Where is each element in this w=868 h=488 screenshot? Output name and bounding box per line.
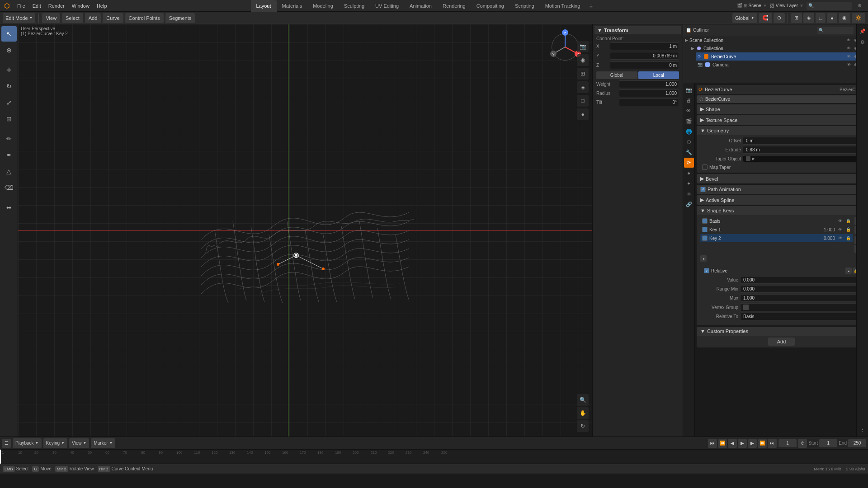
key1-checkbox[interactable] — [702, 227, 708, 232]
shape-key-1[interactable]: Key 1 1.000 👁 🔒 — [700, 225, 853, 234]
workspace-rendering[interactable]: Rendering — [437, 0, 471, 12]
prop-object-icon[interactable]: ⬡ — [684, 137, 694, 147]
workspace-uv-editing[interactable]: UV Editing — [370, 0, 404, 12]
basis-checkbox[interactable] — [702, 218, 708, 224]
shape-key-2[interactable]: Key 2 0.000 👁 🔒 — [700, 234, 853, 242]
transform-orient-dropdown[interactable]: Global▼ — [732, 13, 757, 23]
workspace-sculpting[interactable]: Sculpting — [339, 0, 370, 12]
file-menu[interactable]: File — [14, 0, 29, 12]
playback-dropdown[interactable]: Playback ▼ — [13, 438, 42, 448]
view-btn[interactable]: View — [42, 13, 60, 23]
marker-dropdown[interactable]: Marker ▼ — [91, 438, 115, 448]
wireframe-shading[interactable]: □ — [816, 13, 826, 23]
curve-btn[interactable]: Curve — [103, 13, 123, 23]
workspace-compositing[interactable]: Compositing — [471, 0, 509, 12]
add-btn[interactable]: Add — [85, 13, 101, 23]
tool-cursor[interactable]: ⊕ — [1, 42, 17, 58]
prop-data-icon[interactable]: ⟳ — [684, 158, 694, 168]
snap-toggle[interactable]: 🧲 — [759, 13, 772, 23]
relative-anim[interactable]: ⬥ — [845, 267, 852, 274]
workspace-layout[interactable]: Layout — [251, 0, 277, 12]
render-menu[interactable]: Render — [45, 0, 68, 12]
relative-checkbox[interactable]: ✓ — [704, 268, 709, 273]
basis-lock[interactable]: 🔒 — [845, 218, 851, 224]
workspace-motion-tracking[interactable]: Motion Tracking — [540, 0, 586, 12]
timeline-menu[interactable]: ☰ — [2, 439, 11, 448]
outliner-camera[interactable]: 📷 Camera 👁 ⊕ 📷 — [696, 61, 868, 69]
end-frame-input[interactable]: 250 — [848, 439, 866, 447]
camera-visibility[interactable]: 👁 — [845, 61, 852, 68]
prop-modifiers-icon[interactable]: 🔧 — [684, 147, 694, 157]
taper-object-value[interactable]: ▶ — [743, 155, 863, 162]
active-spline-header[interactable]: ▶ Active Spline — [697, 195, 866, 205]
collection-visibility[interactable]: 👁 — [845, 45, 852, 52]
prev-frame-btn[interactable]: ⏪ — [718, 439, 727, 448]
viewport-overlay-icon[interactable]: ⊞ — [577, 68, 589, 80]
xray-toggle[interactable]: ◈ — [803, 13, 814, 23]
properties-pin-icon[interactable]: 📌 — [858, 26, 868, 36]
tool-scale[interactable]: ⤢ — [1, 95, 17, 110]
help-menu[interactable]: Help — [93, 0, 111, 12]
tool-annotate-line[interactable]: ✒ — [1, 147, 17, 163]
play-btn[interactable]: ▶ — [738, 439, 747, 448]
view-rotate-gizmo[interactable]: ↻ — [577, 420, 589, 432]
bevel-header[interactable]: ▶ Bevel — [697, 174, 866, 183]
geometry-header[interactable]: ▼ Geometry — [697, 126, 866, 135]
prop-view-icon[interactable]: 👁 — [684, 106, 694, 116]
tool-annotate-polygon[interactable]: △ — [1, 164, 17, 179]
jump-start-btn[interactable]: ⏮ — [708, 439, 717, 448]
relative-to-dropdown[interactable]: Basis — [740, 313, 861, 320]
solid-shading[interactable]: ● — [827, 13, 837, 23]
outliner-visibility-icon[interactable]: 👁 — [845, 37, 852, 43]
segments-btn[interactable]: Segments — [165, 13, 195, 23]
control-points-btn[interactable]: Control Points — [125, 13, 164, 23]
viewport-3d[interactable]: User Perspective (1) BezierCurve : Key 2… — [18, 24, 592, 436]
extrude-value[interactable]: 0.88 m — [743, 146, 863, 154]
select-btn[interactable]: Select — [62, 13, 83, 23]
custom-props-header[interactable]: ▼ Custom Properties — [697, 327, 866, 336]
shape-section-header[interactable]: ▶ Shape — [697, 104, 866, 114]
prop-output-icon[interactable]: 🖨 — [684, 95, 694, 105]
view-pan[interactable]: ✋ — [577, 407, 589, 419]
workspace-scripting[interactable]: Scripting — [509, 0, 540, 12]
tool-annotate-erase[interactable]: ⌫ — [1, 180, 17, 195]
prev-keyframe-btn[interactable]: ◀ — [728, 439, 737, 448]
viewport-camera-icon[interactable]: 📷 — [577, 41, 589, 52]
viewport-xray-icon[interactable]: ◈ — [577, 81, 589, 93]
weight-input[interactable]: 1.000 — [619, 80, 679, 88]
transform-panel-header[interactable]: ▼ Transform — [594, 26, 681, 34]
frame-rate-icon[interactable]: ⏱ — [798, 439, 807, 448]
view-layer-label[interactable]: View Layer — [776, 3, 798, 8]
path-animation-checkbox[interactable]: ✓ — [700, 187, 706, 192]
x-value-input[interactable]: 1 m — [610, 42, 679, 50]
outliner-collection[interactable]: ▶ Collection 👁 ⊕ 📷 — [689, 44, 868, 52]
key2-lock[interactable]: 🔒 — [845, 235, 851, 241]
workspace-animation[interactable]: Animation — [404, 0, 437, 12]
tool-rotate[interactable]: ↻ — [1, 79, 17, 94]
prop-physics-icon[interactable]: ⚛ — [684, 189, 694, 199]
tool-measure[interactable]: ⬌ — [1, 200, 17, 215]
prop-scene-icon[interactable]: 🎬 — [684, 116, 694, 126]
tool-move[interactable]: ✛ — [1, 62, 17, 78]
start-frame-input[interactable]: 1 — [819, 439, 837, 447]
material-shading[interactable]: ◉ — [839, 13, 850, 23]
viewport-overlay-toggle[interactable]: ⊞ — [791, 13, 802, 23]
prop-particles-icon[interactable]: ✦ — [684, 178, 694, 188]
y-value-input[interactable]: 0.008769 m — [610, 52, 679, 60]
workspace-materials[interactable]: Materials — [277, 0, 308, 12]
filter-icon[interactable]: ⚙ — [854, 1, 864, 11]
global-btn[interactable]: Global — [596, 71, 637, 79]
prop-world-icon[interactable]: 🌐 — [684, 127, 694, 136]
scene-label[interactable]: Scene — [749, 3, 761, 8]
timeline-ruler[interactable]: 1 10 20 30 40 50 60 70 80 90 100 110 120… — [0, 450, 868, 464]
z-value-input[interactable]: 0 m — [610, 61, 679, 69]
view-zoom-in[interactable]: 🔍 — [577, 394, 589, 406]
viewport-render-icon[interactable]: ◉ — [577, 54, 589, 66]
key1-lock[interactable]: 🔒 — [845, 226, 851, 233]
tool-transform[interactable]: ⊞ — [1, 111, 17, 127]
shape-key-value-anim[interactable]: ⬥ — [700, 255, 707, 262]
view-dropdown[interactable]: View ▼ — [69, 438, 89, 448]
keying-dropdown[interactable]: Keying ▼ — [43, 438, 68, 448]
shape-key-basis[interactable]: Basis 👁 🔒 — [700, 217, 853, 225]
mode-dropdown[interactable]: Edit Mode ▼ — [3, 13, 35, 23]
